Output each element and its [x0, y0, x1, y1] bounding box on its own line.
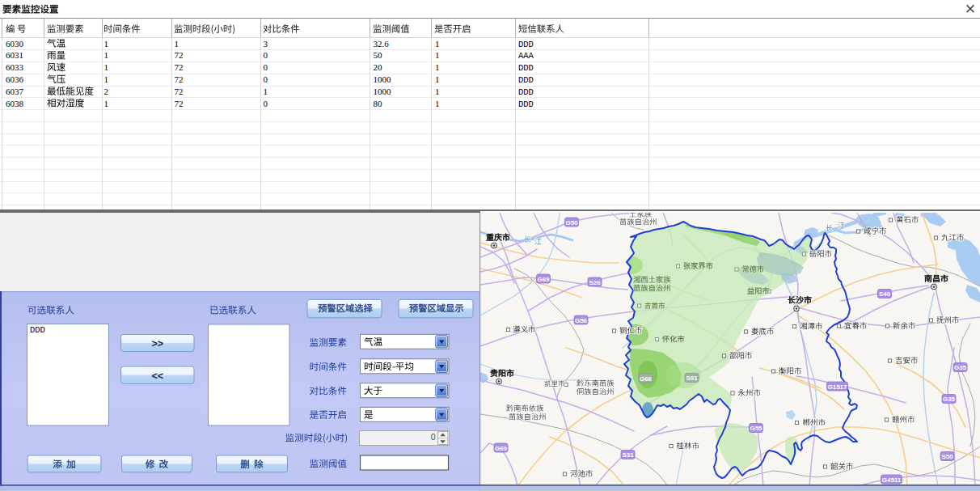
svg-text:G55: G55 — [750, 425, 762, 432]
svg-text:72: 72 — [175, 74, 184, 84]
svg-text:32.6: 32.6 — [374, 39, 390, 49]
svg-text:S40: S40 — [879, 290, 891, 298]
svg-text:1: 1 — [435, 87, 440, 96]
svg-text:1: 1 — [435, 50, 440, 60]
svg-text:DDD: DDD — [518, 87, 534, 97]
svg-text:G35: G35 — [954, 364, 967, 371]
svg-text:0: 0 — [264, 74, 268, 84]
svg-text:1: 1 — [104, 50, 109, 60]
svg-text:1000: 1000 — [374, 87, 392, 96]
svg-text:1: 1 — [104, 39, 109, 49]
svg-text:G69: G69 — [537, 276, 550, 283]
svg-text:<<: << — [151, 370, 163, 382]
svg-text:6033: 6033 — [6, 62, 24, 72]
svg-text:S91: S91 — [686, 375, 698, 382]
svg-text:72: 72 — [175, 99, 184, 108]
svg-text:1: 1 — [435, 74, 440, 84]
svg-text:G35: G35 — [943, 396, 956, 403]
svg-text:0: 0 — [264, 99, 268, 108]
svg-text:DDD: DDD — [30, 325, 45, 335]
svg-text:3: 3 — [264, 39, 268, 49]
svg-text:1: 1 — [104, 99, 109, 108]
svg-text:0: 0 — [431, 432, 436, 442]
svg-text:DDD: DDD — [518, 63, 534, 73]
svg-text:6038: 6038 — [6, 99, 24, 108]
svg-text:G69: G69 — [495, 445, 508, 452]
svg-text:80: 80 — [374, 99, 383, 108]
svg-text:S31: S31 — [622, 451, 634, 459]
svg-text:50: 50 — [374, 50, 383, 60]
svg-text:DDD: DDD — [518, 40, 534, 49]
svg-text:20: 20 — [374, 62, 383, 72]
svg-text:6030: 6030 — [6, 39, 24, 49]
svg-text:1: 1 — [104, 62, 109, 72]
svg-text:6037: 6037 — [6, 87, 24, 96]
svg-text:S26: S26 — [589, 279, 601, 286]
svg-text:6031: 6031 — [6, 50, 23, 60]
svg-text:G4511: G4511 — [882, 476, 902, 484]
svg-text:G1517: G1517 — [827, 383, 847, 391]
svg-text:1: 1 — [435, 62, 440, 72]
svg-text:1000: 1000 — [374, 74, 392, 84]
svg-text:>>: >> — [151, 338, 163, 349]
svg-text:G66: G66 — [640, 375, 653, 383]
svg-text:G50: G50 — [565, 219, 578, 226]
svg-text:1: 1 — [435, 99, 440, 108]
svg-text:G56: G56 — [575, 317, 588, 324]
svg-text:2: 2 — [104, 87, 109, 96]
svg-text:DDD: DDD — [518, 99, 534, 109]
svg-text:0: 0 — [264, 50, 268, 60]
svg-text:1: 1 — [264, 87, 268, 96]
svg-text:6036: 6036 — [6, 74, 24, 84]
svg-text:72: 72 — [175, 87, 184, 96]
svg-text:72: 72 — [175, 50, 184, 60]
svg-text:1: 1 — [104, 74, 109, 84]
svg-text:AAA: AAA — [518, 51, 534, 61]
svg-text:DDD: DDD — [518, 75, 534, 85]
svg-text:72: 72 — [175, 62, 184, 72]
svg-text:0: 0 — [264, 62, 268, 72]
svg-text:1: 1 — [435, 39, 440, 49]
svg-text:S50: S50 — [941, 453, 953, 460]
svg-text:1: 1 — [175, 39, 180, 49]
